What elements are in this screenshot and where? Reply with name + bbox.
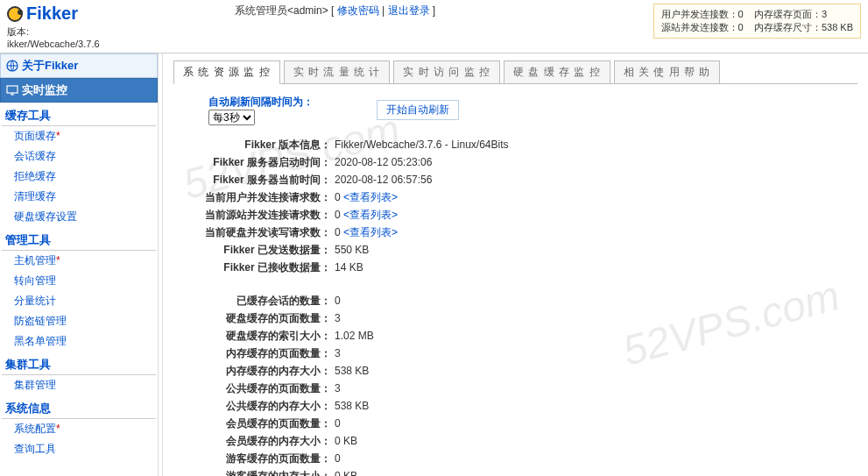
version: 版本: ikker/Webcache/3.7.6 — [7, 25, 165, 49]
monitor-icon — [6, 84, 18, 96]
info-label: 会员缓存的内存大小： — [191, 433, 331, 449]
brand-name: Fikker — [26, 4, 78, 24]
info-value: 0 — [335, 451, 341, 466]
info-label: 会员缓存的页面数量： — [191, 416, 331, 431]
info-row: Fikker 服务器启动时间：2020-08-12 05:23:06 — [191, 153, 857, 171]
info-row: 会员缓存的内存大小：0 KB — [191, 432, 857, 450]
info-row: 游客缓存的内存大小：0 KB — [191, 467, 857, 476]
info-value: 14 KB — [335, 259, 363, 275]
info-value: 2020-08-12 06:57:56 — [335, 172, 432, 188]
info-value: 3 — [335, 310, 341, 326]
sidebar-item[interactable]: 硬盘缓存设置 — [0, 207, 158, 227]
main-content: 52VPS.com 52VPS.com 系 统 资 源 监 控实 时 流 量 统… — [163, 53, 868, 476]
info-row: 内存缓存的页面数量：3 — [191, 345, 857, 362]
svg-rect-1 — [7, 86, 18, 93]
info-label: 当前用户并发连接请求数： — [191, 189, 331, 205]
info-row: 硬盘缓存的页面数量：3 — [191, 309, 857, 327]
sidebar-item[interactable]: 系统配置* — [0, 419, 158, 439]
info-value: 0 KB — [335, 433, 357, 449]
sidebar-item[interactable]: 防盗链管理 — [0, 311, 158, 331]
refresh-label: 自动刷新间隔时间为： — [208, 95, 314, 110]
tab[interactable]: 硬 盘 缓 存 监 控 — [504, 60, 610, 83]
sidebar-item[interactable]: 黑名单管理 — [0, 331, 158, 352]
info-label: 游客缓存的内存大小： — [191, 468, 331, 476]
globe-icon — [6, 60, 18, 72]
info-label: 硬盘缓存的索引大小： — [191, 328, 331, 344]
info-label: 当前源站并发连接请求数： — [191, 207, 331, 223]
info-value: 538 KB — [335, 398, 369, 414]
info-row: 游客缓存的页面数量：0 — [191, 450, 857, 467]
info-row: Fikker 已发送数据量：550 KB — [191, 241, 857, 259]
info-label: 内存缓存的内存大小： — [191, 363, 331, 379]
view-list-link[interactable]: <查看列表> — [341, 209, 398, 221]
view-list-link[interactable]: <查看列表> — [341, 191, 398, 203]
info-row: 公共缓存的内存大小：538 KB — [191, 397, 857, 415]
info-value: 0 <查看列表> — [335, 207, 398, 223]
info-label: Fikker 已发送数据量： — [191, 242, 331, 258]
sidebar-item[interactable]: 主机管理* — [0, 251, 158, 271]
info-value: 0 <查看列表> — [335, 189, 398, 205]
admin-info: 系统管理员<admin> [ 修改密码 | 退出登录 ] — [235, 4, 435, 18]
info-label: 已缓存会话的数量： — [191, 293, 331, 309]
sidebar-item[interactable]: 查询工具 — [0, 439, 158, 459]
info-value: 1.02 MB — [335, 328, 374, 344]
logo: Fikker — [7, 4, 165, 24]
sidebar-group-title: 系统信息 — [2, 395, 156, 419]
info-label: 公共缓存的页面数量： — [191, 380, 331, 396]
info-value: 2020-08-12 05:23:06 — [335, 154, 432, 170]
info-value: 3 — [335, 380, 341, 396]
sidebar-realtime[interactable]: 实时监控 — [0, 78, 158, 103]
view-list-link[interactable]: <查看列表> — [341, 226, 398, 238]
logout-link[interactable]: 退出登录 — [388, 4, 430, 17]
sidebar-item[interactable]: 集群管理 — [0, 375, 158, 395]
sidebar-item[interactable]: 拒绝缓存 — [0, 167, 158, 187]
sidebar-item[interactable]: 会话缓存 — [0, 146, 158, 167]
status-box: 用户并发连接数：0 内存缓存页面：3 源站并发连接数：0 内存缓存尺寸：538 … — [653, 4, 861, 39]
sidebar-item[interactable]: 转向管理 — [0, 271, 158, 291]
sidebar-group-title: 集群工具 — [2, 352, 156, 375]
sidebar-item[interactable]: 分量统计 — [0, 291, 158, 311]
info-row: Fikker 服务器当前时间：2020-08-12 06:57:56 — [191, 171, 857, 188]
info-value: 3 — [335, 345, 341, 361]
info-row: 公共缓存的页面数量：3 — [191, 380, 857, 397]
info-value: 0 <查看列表> — [335, 224, 398, 240]
sidebar: 关于Fikker 实时监控 缓存工具页面缓存*会话缓存拒绝缓存清理缓存硬盘缓存设… — [0, 53, 158, 476]
sidebar-about[interactable]: 关于Fikker — [0, 53, 158, 78]
change-password-link[interactable]: 修改密码 — [337, 4, 379, 17]
info-value: 0 — [335, 416, 341, 431]
info-row: Fikker 版本信息：Fikker/Webcache/3.7.6 - Linu… — [191, 136, 857, 153]
logo-icon — [7, 6, 23, 22]
info-row: Fikker 已接收数据量：14 KB — [191, 259, 857, 276]
info-label: 硬盘缓存的页面数量： — [191, 310, 331, 326]
info-label: 游客缓存的页面数量： — [191, 451, 331, 466]
info-value: Fikker/Webcache/3.7.6 - Linux/64Bits — [335, 137, 509, 153]
sidebar-item[interactable]: 清理缓存 — [0, 187, 158, 207]
info-row: 当前用户并发连接请求数：0 <查看列表> — [191, 188, 857, 206]
info-row: 会员缓存的页面数量：0 — [191, 415, 857, 432]
tab[interactable]: 相 关 使 用 帮 助 — [614, 60, 721, 83]
refresh-interval-select[interactable]: 每3秒 — [208, 110, 255, 125]
tab[interactable]: 系 统 资 源 监 控 — [173, 60, 280, 84]
system-info-block-1: Fikker 版本信息：Fikker/Webcache/3.7.6 - Linu… — [191, 136, 857, 276]
tab[interactable]: 实 时 访 问 监 控 — [393, 60, 500, 83]
sidebar-group-title: 管理工具 — [2, 227, 156, 251]
info-value: 0 KB — [335, 468, 357, 476]
tab[interactable]: 实 时 流 量 统 计 — [284, 60, 391, 83]
sidebar-item[interactable]: 页面缓存* — [0, 126, 158, 146]
start-auto-refresh-button[interactable]: 开始自动刷新 — [377, 100, 459, 120]
info-row: 内存缓存的内存大小：538 KB — [191, 362, 857, 380]
sidebar-group-title: 缓存工具 — [2, 103, 156, 126]
info-label: 当前硬盘并发读写请求数： — [191, 224, 331, 240]
info-label: 公共缓存的内存大小： — [191, 398, 331, 414]
info-row: 当前源站并发连接请求数：0 <查看列表> — [191, 206, 857, 224]
info-value: 0 — [335, 293, 341, 309]
info-label: Fikker 服务器当前时间： — [191, 172, 331, 188]
info-value: 550 KB — [335, 242, 369, 258]
info-label: Fikker 服务器启动时间： — [191, 154, 331, 170]
info-label: 内存缓存的页面数量： — [191, 345, 331, 361]
top-bar: Fikker 版本: ikker/Webcache/3.7.6 系统管理员<ad… — [0, 0, 868, 53]
system-info-block-2: 已缓存会话的数量：0硬盘缓存的页面数量：3硬盘缓存的索引大小：1.02 MB内存… — [191, 292, 857, 476]
info-label: Fikker 已接收数据量： — [191, 259, 331, 275]
tabs: 系 统 资 源 监 控实 时 流 量 统 计实 时 访 问 监 控硬 盘 缓 存… — [173, 60, 857, 84]
info-row: 硬盘缓存的索引大小：1.02 MB — [191, 327, 857, 345]
